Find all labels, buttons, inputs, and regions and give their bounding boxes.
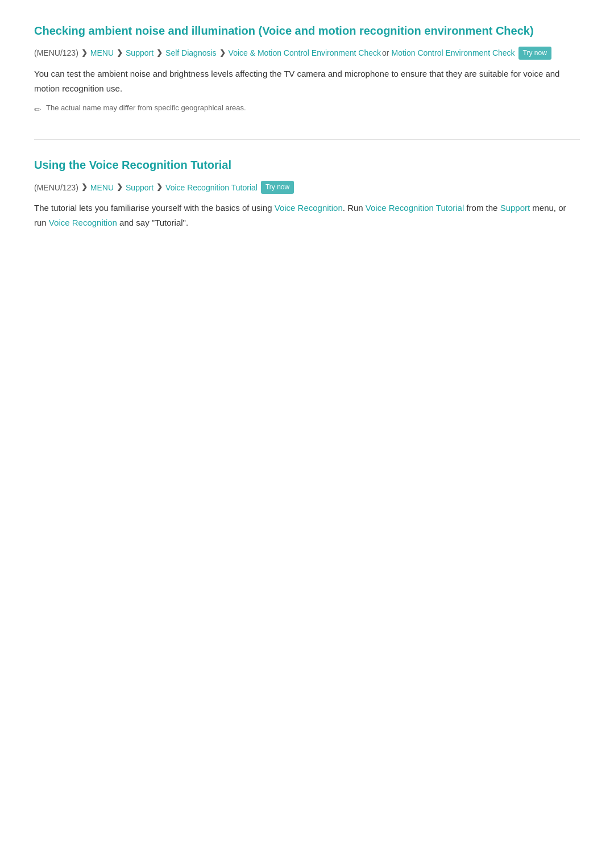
section2-body2: . Run xyxy=(343,203,366,213)
breadcrumb-self-diagnosis[interactable]: Self Diagnosis xyxy=(165,47,217,59)
section2-body3: from the xyxy=(464,203,500,213)
breadcrumb2-voice-tutorial[interactable]: Voice Recognition Tutorial xyxy=(165,181,258,194)
section1-breadcrumb: (MENU/123) ❯ MENU ❯ Support ❯ Self Diagn… xyxy=(34,47,580,60)
breadcrumb2-menu[interactable]: MENU xyxy=(90,181,114,194)
section2-voice-recognition-tutorial[interactable]: Voice Recognition Tutorial xyxy=(366,203,464,213)
breadcrumb2-chevron1: ❯ xyxy=(81,181,88,193)
breadcrumb-menu123: (MENU/123) xyxy=(34,47,78,59)
section1-note-text: The actual name may differ from specific… xyxy=(46,102,246,114)
try-now-badge-2[interactable]: Try now xyxy=(261,181,294,194)
breadcrumb-motion-control[interactable]: Motion Control Environment Check xyxy=(392,47,515,59)
breadcrumb-menu[interactable]: MENU xyxy=(90,47,114,59)
breadcrumb2-support[interactable]: Support xyxy=(126,181,154,194)
breadcrumb-chevron1: ❯ xyxy=(81,47,88,59)
try-now-badge-1[interactable]: Try now xyxy=(518,47,551,60)
section2-body5: and say "Tutorial". xyxy=(117,218,188,227)
section-ambient-noise: Checking ambient noise and illumination … xyxy=(34,23,580,117)
section-voice-tutorial: Using the Voice Recognition Tutorial (ME… xyxy=(34,157,580,230)
section2-support-link[interactable]: Support xyxy=(500,203,530,213)
section-divider xyxy=(34,139,580,140)
breadcrumb-chevron3: ❯ xyxy=(156,47,163,59)
section1-body: You can test the ambient noise and brigh… xyxy=(34,67,580,95)
breadcrumb-or: or xyxy=(382,47,389,59)
section1-note: ✏ The actual name may differ from specif… xyxy=(34,102,580,117)
breadcrumb-chevron4: ❯ xyxy=(219,47,226,59)
section2-body1: The tutorial lets you familiarise yourse… xyxy=(34,203,275,213)
section2-body: The tutorial lets you familiarise yourse… xyxy=(34,201,580,230)
breadcrumb-chevron2: ❯ xyxy=(117,47,123,59)
section1-title: Checking ambient noise and illumination … xyxy=(34,23,580,39)
breadcrumb-support[interactable]: Support xyxy=(126,47,154,59)
breadcrumb-voice-motion[interactable]: Voice & Motion Control Environment Check xyxy=(229,47,381,59)
section2-breadcrumb: (MENU/123) ❯ MENU ❯ Support ❯ Voice Reco… xyxy=(34,181,580,194)
section2-voice-recognition2[interactable]: Voice Recognition xyxy=(49,218,117,227)
breadcrumb2-menu123: (MENU/123) xyxy=(34,181,78,194)
pencil-icon: ✏ xyxy=(34,103,42,117)
section2-title: Using the Voice Recognition Tutorial xyxy=(34,157,580,173)
breadcrumb2-chevron2: ❯ xyxy=(117,181,123,193)
section2-voice-recognition1[interactable]: Voice Recognition xyxy=(275,203,343,213)
breadcrumb2-chevron3: ❯ xyxy=(156,181,163,193)
